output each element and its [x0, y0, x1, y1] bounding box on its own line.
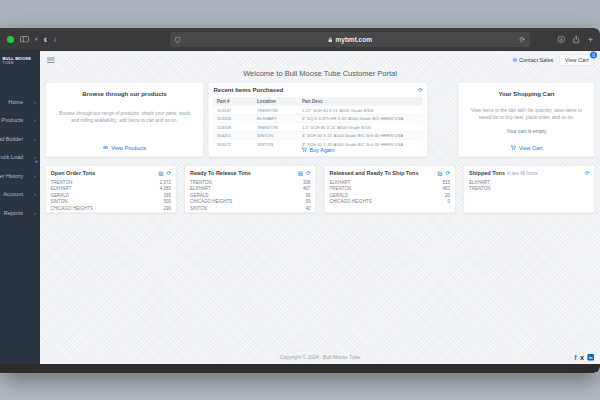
chevron-down-icon[interactable]: ▾: [35, 37, 38, 43]
card-title: Recent Items Purchased: [214, 87, 284, 94]
table-cell: 4" SCH 40 X 21' A500 Grade B/C Sch 40 HR…: [302, 133, 419, 138]
stat-card-icons: ▤⟳: [298, 170, 311, 176]
eye-icon: [103, 146, 109, 150]
refresh-icon[interactable]: ⟳: [418, 87, 423, 93]
topbar-actions: ✉ Contact Sales View Cart 0: [512, 55, 594, 66]
stat-card-1: Ready To Release Tons▤⟳TRENTON308ELKHART…: [185, 165, 317, 213]
stat-row-value: 515: [442, 179, 450, 184]
cart-count-badge: 0: [590, 52, 597, 59]
table-row[interactable]: 994451SINTON4" SCH 40 X 21' A500 Grade B…: [214, 131, 422, 140]
social-links: f X in: [574, 354, 594, 362]
stat-row-label: CHICAGO HEIGHTS: [190, 199, 232, 204]
buy-again-link[interactable]: Buy Again: [209, 147, 428, 153]
card-description: Browse through our range of products: ch…: [57, 110, 193, 125]
stat-card-title: Ready To Release Tons: [190, 170, 251, 176]
stat-card-icons: ▤⟳: [437, 170, 450, 176]
refresh-icon[interactable]: ⟳: [306, 170, 311, 176]
chart-icon[interactable]: ▤: [298, 170, 303, 176]
table-cell: TRENTON: [257, 108, 302, 113]
refresh-icon[interactable]: ⟳: [445, 170, 450, 176]
table-cell: 103326: [217, 116, 257, 121]
sidebar-toggle-icon[interactable]: [20, 36, 29, 43]
contact-sales-link[interactable]: ✉ Contact Sales: [512, 57, 553, 64]
page-title: Welcome to Bull Moose Tube Customer Port…: [40, 69, 600, 78]
table-row[interactable]: 103348TRENTON1.5" SCH 80 X 21' A500 Grad…: [214, 123, 422, 132]
x-twitter-icon[interactable]: X: [580, 354, 584, 361]
sidebar-item-account[interactable]: Account›: [0, 185, 40, 204]
forward-button[interactable]: ›: [53, 33, 57, 46]
traffic-light-green[interactable]: [7, 36, 14, 43]
stat-card-header: Shipped Tonsin last 48 hours⟳: [469, 170, 590, 176]
column-header: Location: [257, 99, 302, 104]
address-bar[interactable]: mybmt.com ⟳: [170, 32, 530, 47]
view-cart-link-label: View Cart: [519, 145, 543, 151]
share-icon[interactable]: [573, 35, 580, 43]
chart-icon[interactable]: ▤: [158, 170, 163, 176]
back-button[interactable]: ‹: [44, 33, 48, 46]
chevron-right-icon: ›: [34, 172, 36, 179]
stat-row-value: 365: [163, 192, 171, 197]
new-tab-icon[interactable]: +: [588, 35, 593, 44]
stat-rows: TRENTON2,072ELKHART4,085GERALD365SINTON5…: [51, 179, 172, 212]
stat-card-icons: ⟳: [585, 170, 590, 176]
stat-row: CHICAGO HEIGHTS290: [51, 205, 172, 212]
stat-row-value: 500: [163, 199, 171, 204]
stat-row-value: 463: [442, 186, 450, 191]
sidebar-item-load-builder[interactable]: Load Builder›: [0, 129, 40, 148]
table-row[interactable]: 103326ELKHART6" SQ X 0.375 HR X 40' A500…: [214, 114, 422, 123]
column-header: Part #: [217, 99, 257, 104]
stat-card-header: Released and Ready To Ship Tons▤⟳: [330, 170, 451, 176]
stat-row-value: 407: [303, 186, 311, 191]
stat-row-value: 2,072: [160, 179, 171, 184]
facebook-icon[interactable]: f: [574, 354, 576, 362]
column-header: Part Desc: [302, 99, 419, 104]
stat-row-value: 20: [445, 192, 450, 197]
browser-chrome: ▾ ‹ › mybmt.com ⟳: [0, 28, 600, 51]
url-display: mybmt.com: [170, 36, 530, 44]
linkedin-icon[interactable]: in: [588, 354, 595, 361]
view-cart-link[interactable]: View Cart: [459, 145, 595, 151]
sidebar-item-home[interactable]: Home›: [0, 92, 40, 111]
stat-row-value: 4,085: [160, 186, 171, 191]
cart-icon: [302, 147, 308, 152]
view-cart-button[interactable]: View Cart 0: [559, 55, 594, 66]
chart-icon[interactable]: ▤: [437, 170, 442, 176]
logo-line2: TUBE: [3, 61, 32, 65]
table-cell: SINTON: [257, 133, 302, 138]
sidebar-item-order-history[interactable]: Order History›: [0, 166, 40, 185]
lock-icon: [328, 37, 333, 43]
view-products-link[interactable]: View Products: [46, 145, 204, 151]
stat-rows: ELKHARTTRENTON: [469, 179, 590, 192]
summary-cards-row: Browse through our products Browse throu…: [45, 82, 595, 157]
contact-sales-label: Contact Sales: [519, 57, 553, 63]
stat-card-0: Open Order Tons▤⟳TRENTON2,072ELKHART4,08…: [45, 165, 177, 213]
stat-row-value: 308: [303, 179, 311, 184]
table-cell: ELKHART: [257, 116, 302, 121]
stat-row-label: ELKHART: [190, 186, 211, 191]
shopping-cart-card: Your Shopping Cart View items in the car…: [458, 82, 595, 157]
stat-row-label: TRENTON: [469, 186, 491, 191]
stat-row-value: 40: [305, 205, 310, 210]
downloads-icon[interactable]: [558, 36, 566, 44]
stat-row-value: 36: [305, 192, 310, 197]
stat-row-label: GERALD: [330, 192, 349, 197]
stat-row-value: 290: [163, 205, 171, 210]
stat-row-label: CHICAGO HEIGHTS: [51, 205, 93, 210]
sidebar-item-products[interactable]: Products›: [0, 111, 40, 130]
table-row[interactable]: 103347TRENTON1.25" SCH 40 X 21' A500 Gra…: [214, 106, 422, 115]
stat-row-label: GERALD: [190, 192, 209, 197]
stat-row-label: SINTON: [51, 199, 68, 204]
stat-card-icons: ▤⟳: [158, 170, 171, 176]
sidebar-expand-icon[interactable]: »: [35, 157, 38, 164]
refresh-icon[interactable]: ⟳: [166, 170, 171, 176]
card-description: View items in the cart with the quantity…: [470, 107, 584, 122]
table-cell: 103347: [217, 108, 257, 113]
table-cell: TRENTON: [257, 125, 302, 130]
stat-row: CHICAGO HEIGHTS0: [330, 198, 451, 205]
stat-row: TRENTON: [469, 185, 590, 192]
stat-row-value: 0: [447, 199, 450, 204]
refresh-icon[interactable]: ⟳: [585, 170, 590, 176]
sidebar-item-reports[interactable]: Reports›: [0, 203, 40, 222]
menu-toggle-icon[interactable]: [47, 56, 55, 64]
stat-row-label: GERALD: [51, 192, 70, 197]
